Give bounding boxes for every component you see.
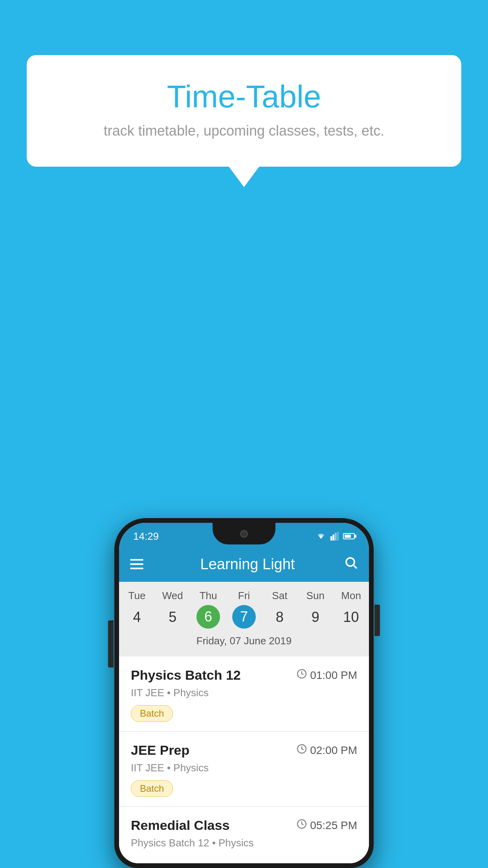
day-header-wed: Wed (155, 590, 191, 602)
day-header-sat: Sat (262, 590, 297, 602)
day-7-selected[interactable]: 7 (232, 605, 256, 629)
schedule-item-1-title: Physics Batch 12 (131, 668, 241, 683)
schedule-list: Physics Batch 12 01:00 PM IIT JEE • P (119, 657, 369, 863)
app-title: Learning Light (161, 556, 334, 573)
day-headers: Tue Wed Thu Fri Sat Sun Mon (119, 590, 369, 602)
schedule-item-2-header: JEE Prep 02:00 PM (131, 743, 357, 758)
schedule-item-1-header: Physics Batch 12 01:00 PM (131, 668, 357, 683)
svg-rect-2 (335, 533, 336, 541)
schedule-item-1-subtitle: IIT JEE • Physics (131, 687, 357, 699)
day-6-today[interactable]: 6 (196, 605, 220, 629)
day-header-mon: Mon (333, 590, 369, 602)
calendar-strip: Tue Wed Thu Fri Sat Sun Mon 4 5 6 7 8 9 … (119, 582, 369, 657)
batch-tag-1: Batch (131, 705, 173, 722)
schedule-item-3-title: Remedial Class (131, 818, 229, 833)
bubble-subtitle: track timetable, upcoming classes, tests… (58, 123, 430, 139)
status-icons (316, 529, 355, 541)
svg-rect-0 (330, 536, 332, 541)
schedule-item-3-subtitle: Physics Batch 12 • Physics (131, 837, 357, 849)
schedule-item-3-time: 05:25 PM (297, 819, 357, 832)
schedule-item-2-time: 02:00 PM (297, 744, 357, 757)
search-icon[interactable] (344, 555, 358, 573)
day-header-tue: Tue (119, 590, 155, 602)
clock-icon-1 (297, 669, 307, 682)
phone-outer: 14:29 (114, 518, 374, 868)
hamburger-menu-icon[interactable] (130, 559, 143, 569)
status-time: 14:29 (133, 527, 159, 542)
app-bar: Learning Light (119, 546, 369, 582)
camera-dot (240, 530, 248, 538)
day-header-thu: Thu (191, 590, 226, 602)
schedule-item-3-header: Remedial Class 05:25 PM (131, 818, 357, 833)
schedule-item-1[interactable]: Physics Batch 12 01:00 PM IIT JEE • P (119, 657, 369, 732)
schedule-item-2[interactable]: JEE Prep 02:00 PM IIT JEE • Physics (119, 732, 369, 807)
day-9[interactable]: 9 (297, 605, 333, 629)
speech-bubble: Time-Table track timetable, upcoming cla… (27, 55, 461, 167)
schedule-item-1-time: 01:00 PM (297, 669, 357, 682)
phone-mockup: 14:29 (114, 518, 374, 868)
day-header-fri: Fri (226, 590, 262, 602)
schedule-item-2-title: JEE Prep (131, 743, 189, 758)
schedule-item-3[interactable]: Remedial Class 05:25 PM Physics Batch (119, 807, 369, 863)
day-5[interactable]: 5 (155, 605, 191, 629)
phone-notch (213, 523, 275, 544)
clock-icon-2 (297, 744, 307, 757)
wifi-icon (316, 532, 327, 541)
signal-icon (330, 532, 339, 541)
bubble-title: Time-Table (58, 79, 430, 115)
speech-bubble-section: Time-Table track timetable, upcoming cla… (27, 55, 461, 167)
schedule-item-2-subtitle: IIT JEE • Physics (131, 762, 357, 774)
svg-rect-3 (337, 532, 339, 541)
day-10[interactable]: 10 (333, 605, 369, 629)
battery-icon (343, 533, 355, 539)
svg-rect-1 (333, 535, 334, 541)
phone-inner: 14:29 (119, 523, 369, 863)
svg-line-5 (354, 565, 357, 568)
day-numbers: 4 5 6 7 8 9 10 (119, 605, 369, 629)
day-header-sun: Sun (297, 590, 333, 602)
day-8[interactable]: 8 (262, 605, 297, 629)
batch-tag-2: Batch (131, 780, 173, 797)
clock-icon-3 (297, 819, 307, 832)
selected-date-label: Friday, 07 June 2019 (119, 635, 369, 653)
svg-point-4 (346, 558, 354, 566)
day-4[interactable]: 4 (119, 605, 155, 629)
